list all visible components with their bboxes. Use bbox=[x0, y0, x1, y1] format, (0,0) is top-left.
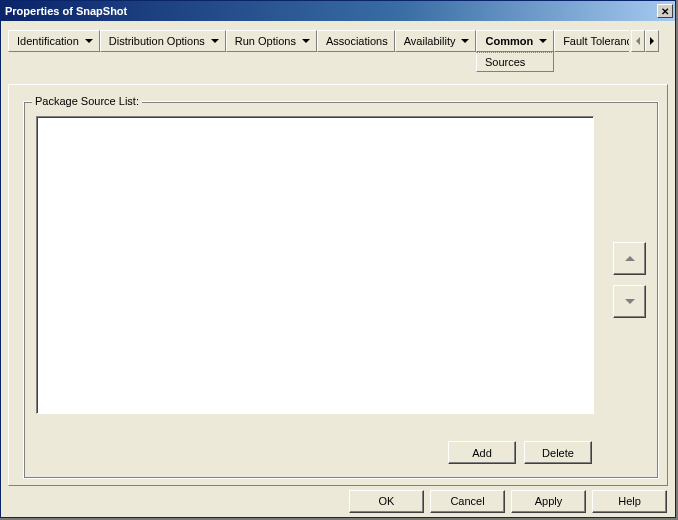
move-down-button[interactable] bbox=[613, 285, 646, 318]
content-panel: Package Source List: Add Delete bbox=[8, 84, 668, 486]
button-label: Help bbox=[618, 495, 641, 507]
tab-label: Availability bbox=[404, 35, 456, 47]
tab-label: Common bbox=[485, 35, 533, 47]
titlebar-buttons: ✕ bbox=[657, 4, 673, 18]
submenu-label: Sources bbox=[485, 56, 525, 68]
tab-scroll-right[interactable] bbox=[645, 30, 659, 52]
move-up-button[interactable] bbox=[613, 242, 646, 275]
properties-window: Properties of SnapShot ✕ Identification … bbox=[0, 0, 676, 518]
apply-button[interactable]: Apply bbox=[511, 490, 586, 513]
tab-label: Run Options bbox=[235, 35, 296, 47]
tab-associations[interactable]: Associations bbox=[317, 30, 395, 52]
button-label: Apply bbox=[535, 495, 563, 507]
chevron-right-icon bbox=[650, 37, 654, 45]
chevron-down-icon bbox=[302, 39, 310, 43]
close-icon: ✕ bbox=[661, 6, 669, 17]
tab-common[interactable]: Common bbox=[476, 30, 554, 52]
cancel-button[interactable]: Cancel bbox=[430, 490, 505, 513]
tab-common-submenu-sources[interactable]: Sources bbox=[476, 52, 554, 72]
titlebar: Properties of SnapShot ✕ bbox=[1, 1, 675, 21]
tab-label: Associations bbox=[326, 35, 388, 47]
chevron-down-icon bbox=[211, 39, 219, 43]
tab-label: Fault Toleranc bbox=[563, 35, 629, 47]
chevron-down-icon bbox=[625, 299, 635, 304]
list-actions: Add Delete bbox=[448, 441, 592, 464]
button-label: Add bbox=[472, 447, 492, 459]
chevron-down-icon bbox=[539, 39, 547, 43]
package-source-group: Package Source List: Add Delete bbox=[23, 101, 659, 479]
chevron-left-icon bbox=[636, 37, 640, 45]
tab-identification[interactable]: Identification bbox=[8, 30, 100, 52]
chevron-down-icon bbox=[461, 39, 469, 43]
button-label: OK bbox=[379, 495, 395, 507]
tab-run-options[interactable]: Run Options bbox=[226, 30, 317, 52]
move-buttons bbox=[613, 242, 646, 328]
tab-scroll-left[interactable] bbox=[631, 30, 645, 52]
tabstrip-container: Identification Distribution Options Run … bbox=[8, 30, 668, 70]
tab-distribution-options[interactable]: Distribution Options bbox=[100, 30, 226, 52]
tabstrip: Identification Distribution Options Run … bbox=[8, 30, 668, 70]
chevron-down-icon bbox=[85, 39, 93, 43]
chevron-up-icon bbox=[625, 256, 635, 261]
package-source-list[interactable] bbox=[36, 116, 594, 414]
delete-button[interactable]: Delete bbox=[524, 441, 592, 464]
tab-fault-tolerance[interactable]: Fault Toleranc bbox=[554, 30, 629, 52]
tab-label: Distribution Options bbox=[109, 35, 205, 47]
help-button[interactable]: Help bbox=[592, 490, 667, 513]
tab-label: Identification bbox=[17, 35, 79, 47]
command-bar: OK Cancel Apply Help bbox=[3, 488, 673, 514]
close-button[interactable]: ✕ bbox=[657, 4, 673, 18]
window-title: Properties of SnapShot bbox=[5, 5, 127, 17]
button-label: Delete bbox=[542, 447, 574, 459]
ok-button[interactable]: OK bbox=[349, 490, 424, 513]
tab-availability[interactable]: Availability bbox=[395, 30, 477, 52]
client-area: Identification Distribution Options Run … bbox=[2, 22, 674, 516]
add-button[interactable]: Add bbox=[448, 441, 516, 464]
tab-scroll bbox=[631, 30, 659, 52]
group-label: Package Source List: bbox=[32, 95, 142, 107]
button-label: Cancel bbox=[450, 495, 484, 507]
